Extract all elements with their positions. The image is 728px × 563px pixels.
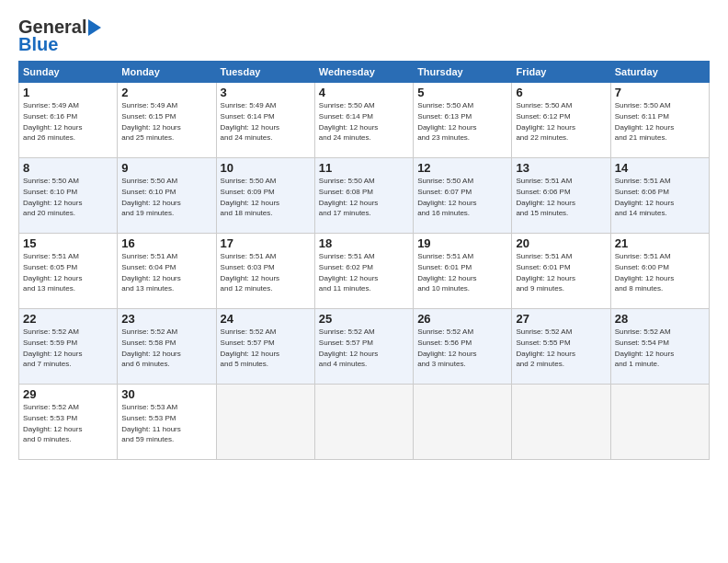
day-detail: Sunrise: 5:49 AM Sunset: 6:14 PM Dayligh…	[221, 101, 279, 142]
day-detail: Sunrise: 5:50 AM Sunset: 6:07 PM Dayligh…	[417, 177, 476, 217]
day-detail: Sunrise: 5:50 AM Sunset: 6:14 PM Dayligh…	[319, 101, 378, 142]
day-detail: Sunrise: 5:50 AM Sunset: 6:11 PM Dayligh…	[615, 101, 674, 142]
day-detail: Sunrise: 5:50 AM Sunset: 6:10 PM Dayligh…	[121, 177, 180, 217]
day-number: 16	[121, 236, 211, 250]
day-number: 12	[417, 161, 507, 175]
day-number: 30	[121, 387, 211, 401]
header-row: SundayMondayTuesdayWednesdayThursdayFrid…	[19, 62, 710, 83]
day-cell	[314, 385, 413, 460]
day-detail: Sunrise: 5:51 AM Sunset: 6:06 PM Dayligh…	[516, 177, 574, 217]
day-cell: 22Sunrise: 5:52 AM Sunset: 5:59 PM Dayli…	[19, 309, 118, 385]
day-number: 9	[121, 161, 211, 175]
day-number: 26	[417, 312, 507, 326]
day-cell: 12Sunrise: 5:50 AM Sunset: 6:07 PM Dayli…	[414, 158, 512, 234]
day-number: 5	[417, 86, 507, 99]
day-number: 8	[23, 161, 113, 175]
day-detail: Sunrise: 5:52 AM Sunset: 5:56 PM Dayligh…	[417, 327, 476, 368]
day-cell: 15Sunrise: 5:51 AM Sunset: 6:05 PM Dayli…	[19, 234, 118, 309]
day-cell: 3Sunrise: 5:49 AM Sunset: 6:14 PM Daylig…	[216, 83, 314, 158]
week-row: 29Sunrise: 5:52 AM Sunset: 5:53 PM Dayli…	[19, 385, 710, 460]
day-cell: 20Sunrise: 5:51 AM Sunset: 6:01 PM Dayli…	[512, 234, 610, 309]
col-header-friday: Friday	[512, 62, 610, 83]
day-cell: 7Sunrise: 5:50 AM Sunset: 6:11 PM Daylig…	[610, 83, 709, 158]
col-header-sunday: Sunday	[19, 62, 118, 83]
day-cell: 13Sunrise: 5:51 AM Sunset: 6:06 PM Dayli…	[512, 158, 610, 234]
day-cell	[610, 385, 709, 460]
day-detail: Sunrise: 5:50 AM Sunset: 6:10 PM Dayligh…	[23, 177, 82, 217]
day-number: 14	[615, 161, 705, 175]
week-row: 15Sunrise: 5:51 AM Sunset: 6:05 PM Dayli…	[19, 234, 710, 309]
day-detail: Sunrise: 5:49 AM Sunset: 6:16 PM Dayligh…	[23, 101, 82, 142]
day-detail: Sunrise: 5:51 AM Sunset: 6:06 PM Dayligh…	[615, 177, 674, 217]
calendar-table: SundayMondayTuesdayWednesdayThursdayFrid…	[18, 61, 710, 460]
day-detail: Sunrise: 5:52 AM Sunset: 5:57 PM Dayligh…	[319, 327, 378, 368]
col-header-tuesday: Tuesday	[216, 62, 314, 83]
day-detail: Sunrise: 5:50 AM Sunset: 6:09 PM Dayligh…	[221, 177, 279, 217]
day-detail: Sunrise: 5:52 AM Sunset: 5:59 PM Dayligh…	[23, 327, 82, 368]
day-detail: Sunrise: 5:52 AM Sunset: 5:58 PM Dayligh…	[121, 327, 180, 368]
day-number: 13	[516, 161, 606, 175]
day-detail: Sunrise: 5:50 AM Sunset: 6:12 PM Dayligh…	[516, 101, 574, 142]
day-detail: Sunrise: 5:52 AM Sunset: 5:57 PM Dayligh…	[221, 327, 279, 368]
day-number: 17	[221, 236, 311, 250]
logo-blue: Blue	[18, 34, 58, 55]
day-number: 18	[319, 236, 409, 250]
day-number: 3	[221, 86, 311, 99]
day-number: 6	[516, 86, 606, 99]
day-number: 1	[23, 86, 113, 99]
day-cell: 1Sunrise: 5:49 AM Sunset: 6:16 PM Daylig…	[19, 83, 118, 158]
logo-arrow-icon	[88, 19, 101, 36]
day-cell: 19Sunrise: 5:51 AM Sunset: 6:01 PM Dayli…	[414, 234, 512, 309]
day-number: 24	[221, 312, 311, 326]
day-cell	[512, 385, 610, 460]
week-row: 8Sunrise: 5:50 AM Sunset: 6:10 PM Daylig…	[19, 158, 710, 234]
week-row: 22Sunrise: 5:52 AM Sunset: 5:59 PM Dayli…	[19, 309, 710, 385]
day-number: 28	[615, 312, 705, 326]
day-detail: Sunrise: 5:49 AM Sunset: 6:15 PM Dayligh…	[121, 101, 180, 142]
day-cell: 2Sunrise: 5:49 AM Sunset: 6:15 PM Daylig…	[118, 83, 216, 158]
day-cell: 17Sunrise: 5:51 AM Sunset: 6:03 PM Dayli…	[216, 234, 314, 309]
day-cell: 6Sunrise: 5:50 AM Sunset: 6:12 PM Daylig…	[512, 83, 610, 158]
day-cell: 9Sunrise: 5:50 AM Sunset: 6:10 PM Daylig…	[118, 158, 216, 234]
day-number: 10	[221, 161, 311, 175]
day-detail: Sunrise: 5:51 AM Sunset: 6:00 PM Dayligh…	[615, 252, 674, 293]
col-header-saturday: Saturday	[610, 62, 709, 83]
day-cell: 30Sunrise: 5:53 AM Sunset: 5:53 PM Dayli…	[118, 385, 216, 460]
day-detail: Sunrise: 5:50 AM Sunset: 6:13 PM Dayligh…	[417, 101, 476, 142]
day-cell: 8Sunrise: 5:50 AM Sunset: 6:10 PM Daylig…	[19, 158, 118, 234]
day-cell: 5Sunrise: 5:50 AM Sunset: 6:13 PM Daylig…	[414, 83, 512, 158]
day-number: 29	[23, 387, 113, 401]
day-cell: 21Sunrise: 5:51 AM Sunset: 6:00 PM Dayli…	[610, 234, 709, 309]
day-number: 20	[516, 236, 606, 250]
day-cell: 11Sunrise: 5:50 AM Sunset: 6:08 PM Dayli…	[314, 158, 413, 234]
day-detail: Sunrise: 5:53 AM Sunset: 5:53 PM Dayligh…	[121, 403, 180, 443]
day-number: 19	[417, 236, 507, 250]
col-header-monday: Monday	[118, 62, 216, 83]
day-cell: 18Sunrise: 5:51 AM Sunset: 6:02 PM Dayli…	[314, 234, 413, 309]
col-header-thursday: Thursday	[414, 62, 512, 83]
header: General Blue	[18, 17, 710, 55]
day-number: 7	[615, 86, 705, 99]
day-detail: Sunrise: 5:51 AM Sunset: 6:01 PM Dayligh…	[417, 252, 476, 293]
day-number: 25	[319, 312, 409, 326]
day-detail: Sunrise: 5:52 AM Sunset: 5:54 PM Dayligh…	[615, 327, 674, 368]
page: General Blue SundayMondayTuesdayWednesda…	[0, 0, 728, 469]
day-detail: Sunrise: 5:50 AM Sunset: 6:08 PM Dayligh…	[319, 177, 378, 217]
day-cell: 28Sunrise: 5:52 AM Sunset: 5:54 PM Dayli…	[610, 309, 709, 385]
day-cell	[414, 385, 512, 460]
day-number: 21	[615, 236, 705, 250]
logo: General Blue	[18, 17, 101, 55]
day-detail: Sunrise: 5:51 AM Sunset: 6:04 PM Dayligh…	[121, 252, 180, 293]
day-detail: Sunrise: 5:52 AM Sunset: 5:53 PM Dayligh…	[23, 403, 82, 443]
day-cell: 14Sunrise: 5:51 AM Sunset: 6:06 PM Dayli…	[610, 158, 709, 234]
day-cell: 16Sunrise: 5:51 AM Sunset: 6:04 PM Dayli…	[118, 234, 216, 309]
day-cell: 10Sunrise: 5:50 AM Sunset: 6:09 PM Dayli…	[216, 158, 314, 234]
day-detail: Sunrise: 5:51 AM Sunset: 6:03 PM Dayligh…	[221, 252, 279, 293]
day-number: 2	[121, 86, 211, 99]
day-number: 23	[121, 312, 211, 326]
day-detail: Sunrise: 5:51 AM Sunset: 6:02 PM Dayligh…	[319, 252, 378, 293]
day-cell: 27Sunrise: 5:52 AM Sunset: 5:55 PM Dayli…	[512, 309, 610, 385]
day-cell: 29Sunrise: 5:52 AM Sunset: 5:53 PM Dayli…	[19, 385, 118, 460]
day-number: 11	[319, 161, 409, 175]
day-number: 4	[319, 86, 409, 99]
